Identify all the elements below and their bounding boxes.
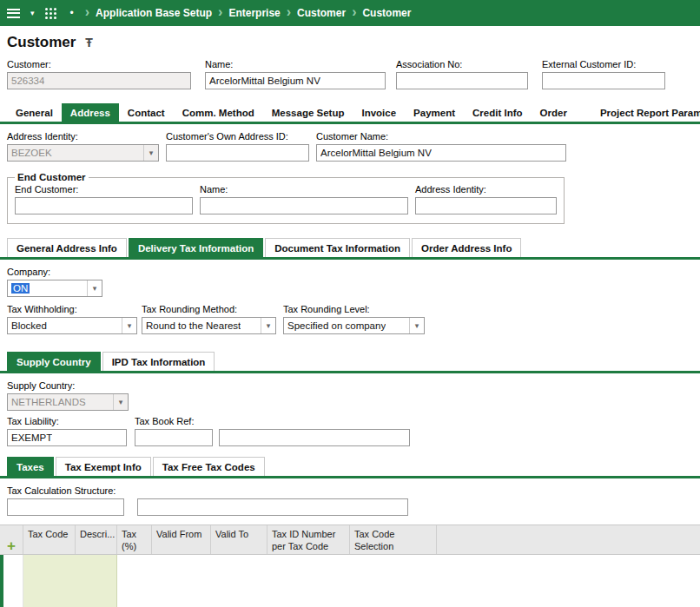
tax-book-ref-input[interactable] (135, 429, 213, 446)
end-customer-field: End Customer: (15, 184, 193, 214)
tab-general-address-info[interactable]: General Address Info (7, 238, 127, 257)
breadcrumb-enterprise[interactable]: Enterprise (228, 7, 280, 19)
tab-credit-info[interactable]: Credit Info (464, 103, 532, 122)
tab-tax-free-tax-codes[interactable]: Tax Free Tax Codes (153, 457, 265, 476)
tax-rounding-method-select[interactable]: Round to the Nearest ▾ (142, 317, 276, 334)
end-customer-address-identity-input[interactable] (415, 197, 557, 214)
supply-country-select[interactable]: NETHERLANDS ▾ (7, 393, 129, 411)
tax-rounding-level-select[interactable]: Specified on company ▾ (283, 317, 425, 334)
tax-liability-input[interactable]: EXEMPT (7, 429, 127, 446)
col-description[interactable]: Descri... (76, 525, 117, 554)
apps-grid-icon[interactable] (45, 8, 56, 19)
tax-rounding-method-field: Tax Rounding Method: Round to the Neares… (142, 304, 276, 334)
customer-field: Customer: 526334 (7, 59, 191, 89)
tax-calculation-structure-label: Tax Calculation Structure: (7, 485, 408, 496)
combo-arrow-icon[interactable]: ▾ (261, 318, 275, 333)
tab-invoice[interactable]: Invoice (353, 103, 405, 122)
tab-comm-method[interactable]: Comm. Method (174, 103, 263, 122)
tax-liability-field: Tax Liability: EXEMPT (7, 416, 127, 446)
supply-country-row: Supply Country: NETHERLANDS ▾ (0, 380, 700, 411)
tax-calculation-structure-description-input[interactable] (137, 498, 408, 516)
supply-tab-bar: Supply Country IPD Tax Information (0, 352, 700, 373)
page-header: Customer Ŧ (0, 26, 700, 54)
grid-body (0, 555, 700, 607)
tab-payment[interactable]: Payment (405, 103, 464, 122)
name-field: Name: ArcelorMittal Belgium NV (205, 59, 386, 89)
new-row-cell[interactable] (23, 555, 117, 607)
col-tax-id-number[interactable]: Tax ID Number per Tax Code (267, 525, 350, 554)
tax-book-ref-label: Tax Book Ref: (135, 416, 410, 426)
address-identity-select[interactable]: BEZOEK ▾ (7, 144, 159, 162)
chevron-right-icon: › (352, 5, 356, 19)
company-select[interactable]: ON ▾ (7, 280, 102, 297)
combo-arrow-icon[interactable]: ▾ (143, 145, 158, 161)
tax-withholding-field: Tax Withholding: Blocked ▾ (7, 304, 137, 334)
tab-project-report-parameters[interactable]: Project Report Parameters (591, 103, 700, 122)
grid-gutter: + (0, 525, 23, 554)
association-no-input[interactable] (396, 72, 528, 89)
tax-calculation-structure-input[interactable] (7, 498, 124, 516)
name-label: Name: (205, 59, 386, 69)
customer-name-field: Customer Name: ArcelorMittal Belgium NV (316, 131, 566, 162)
association-no-label: Association No: (396, 59, 528, 69)
tab-supply-country[interactable]: Supply Country (7, 352, 101, 371)
supply-country-field: Supply Country: NETHERLANDS ▾ (7, 380, 129, 411)
row-selector-cell[interactable] (3, 555, 23, 607)
tab-general[interactable]: General (7, 103, 62, 122)
col-tax-code-selection[interactable]: Tax Code Selection (350, 525, 437, 554)
combo-arrow-icon[interactable]: ▾ (122, 318, 136, 333)
menu-icon[interactable] (7, 9, 20, 18)
tab-address[interactable]: Address (62, 103, 119, 122)
tab-tax-exempt-info[interactable]: Tax Exempt Info (56, 457, 151, 476)
tab-order[interactable]: Order (532, 103, 576, 122)
top-navigation-bar: ▾ • › Application Base Setup › Enterpris… (0, 0, 700, 26)
external-customer-id-input[interactable] (542, 72, 665, 89)
combo-arrow-icon[interactable]: ▾ (409, 318, 424, 333)
combo-arrow-icon[interactable]: ▾ (113, 394, 128, 410)
dropdown-caret-icon[interactable]: ▾ (30, 9, 35, 17)
combo-arrow-icon[interactable]: ▾ (87, 280, 102, 296)
own-address-id-input[interactable] (166, 144, 309, 162)
tab-ipd-tax-information[interactable]: IPD Tax Information (102, 352, 215, 371)
taxes-tab-bar: Taxes Tax Exempt Info Tax Free Tax Codes (0, 457, 700, 478)
customer-name-input[interactable]: ArcelorMittal Belgium NV (316, 144, 566, 162)
breadcrumb-application-base-setup[interactable]: Application Base Setup (96, 7, 212, 19)
col-tax-percent[interactable]: Tax (%) (117, 525, 152, 554)
end-customer-name-field: Name: (200, 184, 408, 214)
company-label: Company: (7, 267, 102, 277)
tab-message-setup[interactable]: Message Setup (263, 103, 353, 122)
address-identity-field: Address Identity: BEZOEK ▾ (7, 131, 159, 162)
tax-withholding-label: Tax Withholding: (7, 304, 137, 314)
end-customer-fields-row: End Customer: Name: Address Identity: (15, 184, 557, 214)
name-input[interactable]: ArcelorMittal Belgium NV (205, 72, 386, 89)
tax-book-ref-field: Tax Book Ref: (135, 416, 410, 446)
tax-calculation-structure-field: Tax Calculation Structure: (7, 485, 408, 516)
col-valid-to[interactable]: Valid To (211, 525, 267, 554)
external-customer-id-field: External Customer ID: (542, 59, 665, 89)
breadcrumb-customer-page[interactable]: Customer (362, 7, 411, 19)
breadcrumb-customer[interactable]: Customer (297, 7, 346, 19)
tab-document-tax-information[interactable]: Document Tax Information (265, 238, 410, 257)
end-customer-name-input[interactable] (200, 197, 408, 214)
tax-rounding-level-field: Tax Rounding Level: Specified on company… (283, 304, 425, 334)
pin-icon[interactable]: Ŧ (85, 36, 93, 49)
tab-taxes[interactable]: Taxes (7, 457, 54, 476)
tax-liability-row: Tax Liability: EXEMPT Tax Book Ref: (0, 416, 700, 446)
customer-input[interactable]: 526334 (7, 72, 191, 89)
tax-settings-row: Tax Withholding: Blocked ▾ Tax Rounding … (0, 304, 700, 334)
end-customer-input[interactable] (15, 197, 193, 214)
external-customer-id-label: External Customer ID: (542, 59, 665, 69)
col-tax-code[interactable]: Tax Code (23, 525, 76, 554)
taxes-grid: + Tax Code Descri... Tax (%) Valid From … (0, 525, 700, 607)
tab-contact[interactable]: Contact (119, 103, 174, 122)
add-row-button[interactable]: + (7, 538, 16, 554)
tax-book-ref-description-input[interactable] (219, 429, 410, 446)
tax-rounding-method-label: Tax Rounding Method: (142, 304, 276, 314)
own-address-id-field: Customer's Own Address ID: (166, 131, 309, 162)
end-customer-legend: End Customer (15, 172, 89, 182)
col-valid-from[interactable]: Valid From (152, 525, 211, 554)
end-customer-group: End Customer End Customer: Name: Address… (7, 172, 565, 224)
tab-order-address-info[interactable]: Order Address Info (412, 238, 521, 257)
tax-withholding-select[interactable]: Blocked ▾ (7, 317, 137, 334)
tab-delivery-tax-information[interactable]: Delivery Tax Information (129, 238, 263, 257)
